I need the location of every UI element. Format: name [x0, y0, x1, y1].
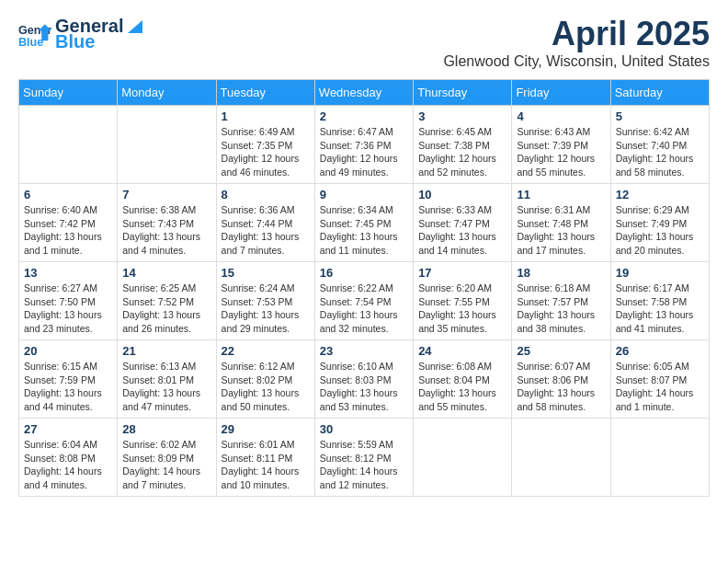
day-info: Sunrise: 6:02 AMSunset: 8:09 PMDaylight:…: [122, 438, 210, 492]
calendar-cell-w1-d3: 1Sunrise: 6:49 AMSunset: 7:35 PMDaylight…: [216, 106, 314, 184]
logo-icon: General Blue: [18, 17, 51, 51]
page-header: General Blue General Blue April 2025 Gle…: [18, 15, 710, 70]
day-number: 27: [24, 422, 112, 436]
calendar-table: Sunday Monday Tuesday Wednesday Thursday…: [18, 79, 710, 497]
day-info: Sunrise: 6:04 AMSunset: 8:08 PMDaylight:…: [24, 438, 112, 492]
day-number: 10: [418, 188, 506, 201]
day-info: Sunrise: 6:29 AMSunset: 7:49 PMDaylight:…: [616, 203, 704, 258]
calendar-cell-w5-d1: 27Sunrise: 6:04 AMSunset: 8:08 PMDayligh…: [19, 419, 118, 497]
calendar-cell-w3-d6: 18Sunrise: 6:18 AMSunset: 7:57 PMDayligh…: [512, 262, 610, 340]
header-saturday: Saturday: [610, 80, 709, 106]
day-info: Sunrise: 5:59 AMSunset: 8:12 PMDaylight:…: [320, 438, 408, 492]
svg-text:Blue: Blue: [18, 35, 43, 48]
month-title: April 2025: [443, 15, 710, 53]
day-number: 6: [24, 188, 112, 201]
calendar-cell-w4-d6: 25Sunrise: 6:07 AMSunset: 8:06 PMDayligh…: [512, 340, 610, 419]
day-info: Sunrise: 6:42 AMSunset: 7:40 PMDaylight:…: [616, 125, 704, 179]
svg-marker-3: [128, 20, 142, 33]
calendar-week-3: 13Sunrise: 6:27 AMSunset: 7:50 PMDayligh…: [19, 262, 710, 340]
day-number: 1: [222, 109, 310, 123]
day-number: 13: [24, 266, 112, 280]
day-number: 4: [517, 109, 605, 123]
day-info: Sunrise: 6:18 AMSunset: 7:57 PMDaylight:…: [517, 282, 605, 336]
calendar-cell-w3-d7: 19Sunrise: 6:17 AMSunset: 7:58 PMDayligh…: [610, 262, 709, 340]
day-number: 23: [320, 344, 408, 358]
calendar-cell-w4-d3: 22Sunrise: 6:12 AMSunset: 8:02 PMDayligh…: [216, 340, 314, 419]
day-info: Sunrise: 6:01 AMSunset: 8:11 PMDaylight:…: [222, 438, 310, 492]
day-number: 8: [222, 188, 310, 201]
day-number: 25: [517, 344, 605, 358]
calendar-week-1: 1Sunrise: 6:49 AMSunset: 7:35 PMDaylight…: [19, 106, 710, 184]
calendar-cell-w4-d4: 23Sunrise: 6:10 AMSunset: 8:03 PMDayligh…: [314, 340, 413, 419]
calendar-cell-w3-d1: 13Sunrise: 6:27 AMSunset: 7:50 PMDayligh…: [19, 262, 118, 340]
day-number: 12: [616, 188, 704, 201]
calendar-cell-w4-d5: 24Sunrise: 6:08 AMSunset: 8:04 PMDayligh…: [414, 340, 512, 419]
calendar-header-row: Sunday Monday Tuesday Wednesday Thursday…: [19, 80, 710, 106]
day-number: 26: [616, 344, 704, 358]
calendar-cell-w5-d6: [512, 419, 610, 497]
calendar-cell-w5-d5: [414, 419, 512, 497]
day-info: Sunrise: 6:22 AMSunset: 7:54 PMDaylight:…: [320, 282, 408, 336]
calendar-cell-w4-d7: 26Sunrise: 6:05 AMSunset: 8:07 PMDayligh…: [610, 340, 709, 419]
day-info: Sunrise: 6:05 AMSunset: 8:07 PMDaylight:…: [616, 360, 704, 414]
day-number: 5: [616, 109, 704, 123]
calendar-cell-w1-d1: [19, 106, 118, 184]
day-info: Sunrise: 6:34 AMSunset: 7:45 PMDaylight:…: [320, 203, 408, 258]
day-number: 16: [320, 266, 408, 280]
day-number: 24: [418, 344, 506, 358]
day-info: Sunrise: 6:15 AMSunset: 7:59 PMDaylight:…: [24, 360, 112, 414]
calendar-cell-w1-d6: 4Sunrise: 6:43 AMSunset: 7:39 PMDaylight…: [512, 106, 610, 184]
calendar-cell-w3-d5: 17Sunrise: 6:20 AMSunset: 7:55 PMDayligh…: [414, 262, 512, 340]
day-info: Sunrise: 6:33 AMSunset: 7:47 PMDaylight:…: [418, 203, 506, 258]
calendar-cell-w5-d2: 28Sunrise: 6:02 AMSunset: 8:09 PMDayligh…: [118, 419, 216, 497]
calendar-cell-w5-d4: 30Sunrise: 5:59 AMSunset: 8:12 PMDayligh…: [314, 419, 413, 497]
header-friday: Friday: [512, 80, 610, 106]
day-info: Sunrise: 6:45 AMSunset: 7:38 PMDaylight:…: [418, 125, 506, 179]
day-number: 7: [122, 188, 210, 201]
day-info: Sunrise: 6:07 AMSunset: 8:06 PMDaylight:…: [517, 360, 605, 414]
day-info: Sunrise: 6:31 AMSunset: 7:48 PMDaylight:…: [517, 203, 605, 258]
day-number: 29: [222, 422, 310, 436]
day-info: Sunrise: 6:27 AMSunset: 7:50 PMDaylight:…: [24, 282, 112, 336]
calendar-cell-w1-d7: 5Sunrise: 6:42 AMSunset: 7:40 PMDaylight…: [610, 106, 709, 184]
header-wednesday: Wednesday: [314, 80, 413, 106]
day-info: Sunrise: 6:13 AMSunset: 8:01 PMDaylight:…: [122, 360, 210, 414]
header-tuesday: Tuesday: [216, 80, 314, 106]
day-number: 11: [517, 188, 605, 201]
day-info: Sunrise: 6:10 AMSunset: 8:03 PMDaylight:…: [320, 360, 408, 414]
day-number: 20: [24, 344, 112, 358]
day-number: 21: [122, 344, 210, 358]
calendar-cell-w2-d7: 12Sunrise: 6:29 AMSunset: 7:49 PMDayligh…: [610, 184, 709, 262]
day-info: Sunrise: 6:20 AMSunset: 7:55 PMDaylight:…: [418, 282, 506, 336]
day-info: Sunrise: 6:49 AMSunset: 7:35 PMDaylight:…: [222, 125, 310, 179]
day-number: 30: [320, 422, 408, 436]
day-number: 19: [616, 266, 704, 280]
calendar-cell-w4-d2: 21Sunrise: 6:13 AMSunset: 8:01 PMDayligh…: [118, 340, 216, 419]
day-number: 14: [122, 266, 210, 280]
calendar-cell-w1-d2: [118, 106, 216, 184]
header-thursday: Thursday: [414, 80, 512, 106]
location-title: Glenwood City, Wisconsin, United States: [443, 53, 710, 70]
calendar-cell-w1-d4: 2Sunrise: 6:47 AMSunset: 7:36 PMDaylight…: [314, 106, 413, 184]
day-info: Sunrise: 6:12 AMSunset: 8:02 PMDaylight:…: [222, 360, 310, 414]
calendar-cell-w2-d4: 9Sunrise: 6:34 AMSunset: 7:45 PMDaylight…: [314, 184, 413, 262]
header-monday: Monday: [118, 80, 216, 106]
day-number: 17: [418, 266, 506, 280]
day-number: 22: [222, 344, 310, 358]
calendar-cell-w3-d2: 14Sunrise: 6:25 AMSunset: 7:52 PMDayligh…: [118, 262, 216, 340]
calendar-cell-w2-d3: 8Sunrise: 6:36 AMSunset: 7:44 PMDaylight…: [216, 184, 314, 262]
day-info: Sunrise: 6:43 AMSunset: 7:39 PMDaylight:…: [517, 125, 605, 179]
calendar-cell-w2-d1: 6Sunrise: 6:40 AMSunset: 7:42 PMDaylight…: [19, 184, 118, 262]
day-info: Sunrise: 6:36 AMSunset: 7:44 PMDaylight:…: [222, 203, 310, 258]
logo-triangle-icon: [124, 15, 146, 37]
day-info: Sunrise: 6:17 AMSunset: 7:58 PMDaylight:…: [616, 282, 704, 336]
day-number: 2: [320, 109, 408, 123]
day-info: Sunrise: 6:25 AMSunset: 7:52 PMDaylight:…: [122, 282, 210, 336]
calendar-cell-w3-d4: 16Sunrise: 6:22 AMSunset: 7:54 PMDayligh…: [314, 262, 413, 340]
calendar-cell-w3-d3: 15Sunrise: 6:24 AMSunset: 7:53 PMDayligh…: [216, 262, 314, 340]
calendar-cell-w2-d2: 7Sunrise: 6:38 AMSunset: 7:43 PMDaylight…: [118, 184, 216, 262]
day-info: Sunrise: 6:47 AMSunset: 7:36 PMDaylight:…: [320, 125, 408, 179]
logo: General Blue General Blue: [18, 15, 147, 52]
day-number: 15: [222, 266, 310, 280]
calendar-cell-w2-d6: 11Sunrise: 6:31 AMSunset: 7:48 PMDayligh…: [512, 184, 610, 262]
